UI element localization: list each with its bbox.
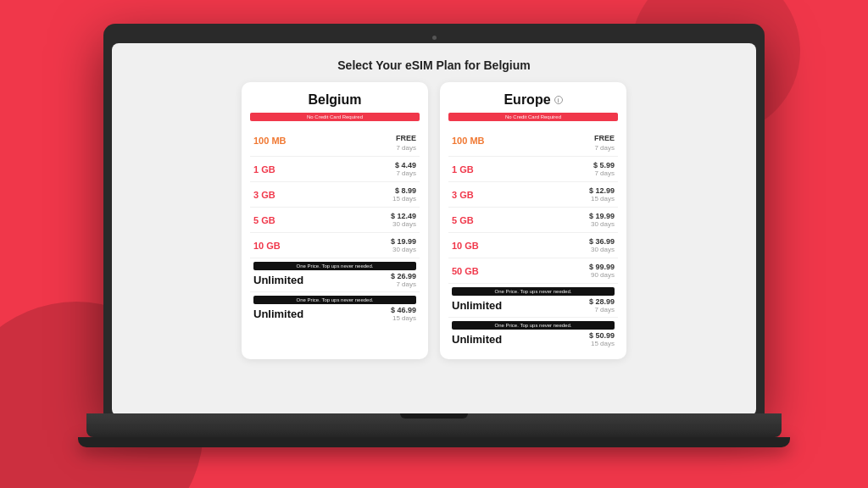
unlimited-label: Unlimited (253, 308, 303, 320)
plan-data-label: 100 MB (452, 136, 485, 146)
laptop-camera (432, 36, 437, 40)
plan-data-label: 3 GB (452, 190, 474, 200)
list-item[interactable]: 10 GB $ 19.99 30 days (250, 233, 420, 258)
plan-data-label: 5 GB (452, 215, 474, 225)
page-title: Select Your eSIM Plan for Belgium (337, 58, 530, 72)
unlimited-row-inner: Unlimited $ 26.99 7 days (253, 272, 416, 288)
plan-days: 30 days (391, 220, 416, 228)
plan-price: $ 19.99 (391, 237, 416, 246)
plan-price: $ 46.99 (391, 306, 416, 314)
list-item[interactable]: 50 GB $ 99.99 90 days (448, 258, 618, 284)
plan-price: $ 19.99 (589, 212, 615, 220)
plan-days: 30 days (589, 220, 615, 228)
unlimited-badge: One Price. Top ups never needed. (253, 296, 416, 304)
plan-days: 30 days (589, 246, 615, 253)
plan-price-block: $ 5.99 7 days (593, 161, 615, 177)
plan-price: $ 36.99 (589, 237, 615, 246)
plan-price: FREE (594, 134, 615, 142)
unlimited-badge: One Price. Top ups never needed. (452, 287, 615, 296)
plan-price: $ 26.99 (391, 272, 416, 280)
plan-days: 15 days (589, 340, 615, 347)
unlimited-row-inner: Unlimited $ 50.99 15 days (452, 331, 615, 347)
list-item[interactable]: 3 GB $ 12.99 15 days (448, 182, 618, 208)
plan-days: 30 days (391, 246, 416, 253)
plan-price-block: $ 26.99 7 days (391, 272, 416, 288)
plan-price-block: FREE 7 days (594, 129, 615, 152)
list-item[interactable]: 5 GB $ 19.99 30 days (448, 208, 618, 233)
plan-days: 7 days (589, 306, 615, 313)
plan-data-label: 3 GB (253, 190, 275, 200)
list-item[interactable]: 100 MB FREE 7 days (250, 125, 420, 157)
unlimited-badge: One Price. Top ups never needed. (452, 321, 615, 330)
plan-days: 7 days (593, 169, 615, 177)
laptop-foot (78, 437, 790, 447)
belgium-card-title: Belgium (250, 92, 420, 108)
plan-days: 90 days (589, 271, 615, 279)
plan-price-block: $ 12.49 30 days (391, 212, 416, 228)
list-item[interactable]: 1 GB $ 5.99 7 days (448, 157, 618, 182)
plan-data-label: 100 MB (253, 136, 287, 146)
list-item[interactable]: 10 GB $ 36.99 30 days (448, 233, 618, 258)
plan-data-label: 1 GB (253, 164, 275, 175)
plan-price: $ 5.99 (593, 161, 615, 169)
list-item[interactable]: One Price. Top ups never needed. Unlimit… (250, 258, 420, 292)
plan-price-block: $ 4.49 7 days (395, 161, 416, 177)
plan-price-block: $ 19.99 30 days (391, 237, 416, 253)
unlimited-label: Unlimited (452, 299, 502, 312)
list-item[interactable]: One Price. Top ups never needed. Unlimit… (448, 318, 618, 351)
unlimited-badge: One Price. Top ups never needed. (253, 262, 416, 270)
plan-days: 7 days (396, 144, 416, 152)
plan-price-block: $ 28.99 7 days (589, 297, 615, 313)
plan-price: $ 50.99 (589, 331, 615, 340)
laptop-notch (400, 413, 468, 419)
plan-price-block: $ 19.99 30 days (589, 212, 615, 228)
plan-data-label: 50 GB (452, 266, 479, 276)
plan-price: $ 8.99 (392, 186, 416, 195)
plans-container: Belgium No Credit Card Required 100 MB F… (129, 82, 739, 359)
unlimited-row-inner: Unlimited $ 46.99 15 days (253, 306, 416, 322)
plan-days: 7 days (395, 169, 416, 177)
plan-price-block: $ 12.99 15 days (589, 186, 615, 202)
list-item[interactable]: One Price. Top ups never needed. Unlimit… (448, 284, 618, 318)
plan-days: 15 days (392, 195, 416, 202)
plan-price-block: FREE 7 days (396, 129, 416, 152)
plan-price: $ 12.49 (391, 212, 416, 220)
plan-data-label: 10 GB (253, 241, 281, 251)
europe-plan-card: Europe i No Credit Card Required 100 MB … (440, 82, 626, 359)
plan-data-label: 1 GB (452, 164, 474, 175)
plan-price-block: $ 46.99 15 days (391, 306, 416, 322)
plan-price: FREE (396, 134, 416, 142)
plan-days: 7 days (391, 280, 416, 288)
plan-price: $ 28.99 (589, 297, 615, 306)
plan-price-block: $ 8.99 15 days (392, 186, 416, 202)
plan-days: 7 days (594, 144, 615, 152)
list-item[interactable]: One Price. Top ups never needed. Unlimit… (250, 292, 420, 325)
belgium-plan-card: Belgium No Credit Card Required 100 MB F… (242, 82, 428, 359)
plan-price: $ 12.99 (589, 186, 615, 195)
unlimited-label: Unlimited (452, 333, 502, 346)
plan-days: 15 days (589, 195, 615, 202)
laptop-screen-frame: Select Your eSIM Plan for Belgium Belgiu… (103, 24, 765, 413)
plan-price-block: $ 50.99 15 days (589, 331, 615, 347)
plan-data-label: 10 GB (452, 241, 479, 251)
laptop-container: Select Your eSIM Plan for Belgium Belgiu… (86, 24, 782, 464)
europe-card-title: Europe i (448, 92, 618, 108)
laptop-base (86, 413, 782, 437)
plan-price-block: $ 36.99 30 days (589, 237, 615, 253)
plan-days: 15 days (391, 314, 416, 322)
belgium-no-credit-badge: No Credit Card Required (250, 113, 420, 121)
plan-price: $ 4.49 (395, 161, 416, 169)
info-icon[interactable]: i (554, 96, 563, 104)
list-item[interactable]: 5 GB $ 12.49 30 days (250, 208, 420, 233)
list-item[interactable]: 1 GB $ 4.49 7 days (250, 157, 420, 182)
europe-no-credit-badge: No Credit Card Required (448, 113, 618, 121)
unlimited-label: Unlimited (253, 274, 303, 286)
unlimited-row-inner: Unlimited $ 28.99 7 days (452, 297, 615, 313)
list-item[interactable]: 100 MB FREE 7 days (448, 125, 618, 157)
plan-price-block: $ 99.99 90 days (589, 263, 615, 279)
laptop-screen: Select Your eSIM Plan for Belgium Belgiu… (112, 43, 756, 416)
plan-price: $ 99.99 (589, 263, 615, 271)
list-item[interactable]: 3 GB $ 8.99 15 days (250, 182, 420, 208)
plan-data-label: 5 GB (253, 215, 275, 225)
